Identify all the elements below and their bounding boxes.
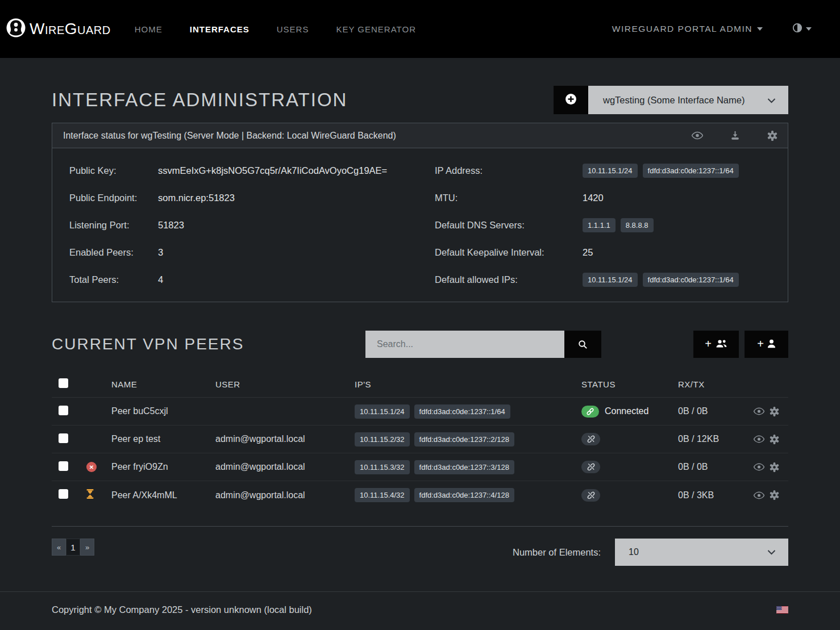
field-label: Default allowed IPs: (435, 274, 583, 285)
peer-view-icon[interactable] (754, 435, 764, 444)
add-interface-button[interactable] (554, 86, 588, 114)
connected-pill (581, 406, 599, 418)
link-slash-icon (587, 462, 596, 472)
nav-users[interactable]: USERS (277, 24, 309, 34)
keepalive-value: 25 (583, 247, 593, 258)
plus-icon: + (757, 338, 764, 349)
table-row: Peer buC5cxjl 10.11.15.1/24 fdfd:d3ad:c0… (52, 398, 788, 425)
public-endpoint-value: som.nicr.ep:51823 (158, 193, 235, 203)
link-slash-icon (587, 435, 596, 444)
peer-ip-badge: fdfd:d3ad:c0de:1237::1/64 (414, 404, 510, 419)
listening-port-value: 51823 (158, 220, 184, 231)
peer-ip-badge: fdfd:d3ad:c0de:1237::2/128 (414, 432, 514, 447)
allowed-ip-badge: fdfd:d3ad:c0de:1237::1/64 (643, 273, 739, 287)
page-size-select[interactable]: 10 (615, 539, 788, 566)
add-peer-button[interactable]: + (745, 331, 788, 358)
mtu-value: 1420 (583, 193, 604, 203)
peer-user: admin@wgportal.local (215, 462, 355, 472)
chevron-down-icon (767, 547, 776, 557)
peer-ip-badge: 10.11.15.4/32 (355, 488, 410, 502)
peer-name: Peer ep test (111, 434, 215, 444)
users-icon (715, 339, 727, 350)
show-config-button[interactable] (692, 131, 703, 140)
peer-settings-icon[interactable] (770, 407, 779, 416)
peers-title: CURRENT VPN PEERS (52, 335, 244, 353)
footer: Copyright © My Company 2025 - version un… (0, 591, 840, 615)
peer-view-icon[interactable] (754, 490, 764, 500)
nav-home[interactable]: HOME (135, 24, 163, 34)
expired-icon: ✕ (86, 462, 97, 472)
pagination-prev[interactable]: « (52, 539, 66, 556)
download-config-button[interactable] (730, 131, 740, 140)
peer-rxtx: 0B / 12KB (678, 434, 750, 444)
peer-settings-icon[interactable] (770, 490, 779, 500)
circle-half-icon (792, 23, 802, 35)
page-title: INTERFACE ADMINISTRATION (52, 89, 347, 111)
peer-view-icon[interactable] (754, 407, 764, 416)
row-checkbox[interactable] (59, 461, 68, 471)
nav-items: HOME INTERFACES USERS KEY GENERATOR (135, 24, 416, 34)
theme-toggle[interactable] (792, 23, 812, 35)
public-key-value: ssvmEeIxG+k8jsNO5G7cq5r/Ak7IiCodAvOyoCg1… (158, 165, 387, 176)
column-name: NAME (111, 379, 215, 389)
interface-select[interactable]: wgTesting (Some Interface Name) (588, 86, 788, 114)
search-input[interactable] (365, 331, 564, 358)
copyright-text: Copyright © My Company 2025 - version un… (52, 604, 312, 615)
peer-user: admin@wgportal.local (215, 434, 355, 444)
field-label: Listening Port: (69, 220, 158, 231)
pagination: « 1 » (52, 539, 94, 556)
pagination-next[interactable]: » (80, 539, 94, 556)
field-label: IP Address: (435, 165, 583, 176)
peer-name: Peer fryiO9Zn (111, 462, 215, 472)
pagination-current-page[interactable]: 1 (66, 539, 80, 556)
peer-settings-icon[interactable] (770, 435, 779, 444)
row-checkbox[interactable] (59, 406, 68, 415)
add-multiple-peers-button[interactable]: + (693, 331, 739, 358)
link-icon (586, 407, 594, 416)
allowed-ip-badge: 10.11.15.1/24 (583, 273, 638, 287)
select-all-checkbox[interactable] (59, 378, 68, 388)
interface-status-card: Interface status for wgTesting (Server M… (52, 123, 788, 302)
field-label: MTU: (435, 193, 583, 203)
peer-name: Peer A/Xk4mML (111, 490, 215, 500)
nav-key-generator[interactable]: KEY GENERATOR (336, 24, 416, 34)
language-us-flag-icon[interactable] (776, 606, 788, 614)
wireguard-logo-icon (6, 18, 26, 40)
user-menu[interactable]: WIREGUARD PORTAL ADMIN (612, 24, 763, 34)
peers-table: NAME USER IP'S STATUS RX/TX Peer buC5cxj… (52, 371, 788, 527)
card-title: Interface status for wgTesting (Server M… (63, 131, 396, 141)
table-header: NAME USER IP'S STATUS RX/TX (52, 371, 788, 398)
navbar: WireGuard HOME INTERFACES USERS KEY GENE… (0, 0, 840, 58)
eye-icon (692, 131, 703, 140)
link-slash-icon (587, 491, 596, 500)
field-label: Default Keepalive Interval: (435, 247, 583, 258)
peer-name: Peer buC5cxjl (111, 406, 215, 416)
ip-badge: 10.11.15.1/24 (583, 164, 638, 178)
peer-view-icon[interactable] (754, 462, 764, 472)
search-button[interactable] (564, 331, 601, 358)
ip-badge: fdfd:d3ad:c0de:1237::1/64 (643, 164, 739, 178)
disconnected-pill (581, 489, 600, 502)
disconnected-pill (581, 433, 600, 445)
caret-down-icon (806, 27, 812, 31)
hourglass-icon (86, 489, 94, 501)
table-row: Peer ep test admin@wgportal.local 10.11.… (52, 425, 788, 453)
peer-ip-badge: 10.11.15.3/32 (355, 460, 410, 474)
row-checkbox[interactable] (59, 489, 68, 499)
interface-settings-button[interactable] (767, 131, 777, 141)
chevron-down-icon (767, 95, 776, 106)
brand[interactable]: WireGuard (6, 18, 111, 40)
row-checkbox[interactable] (59, 433, 68, 443)
dns-badge: 1.1.1.1 (583, 218, 616, 232)
nav-interfaces[interactable]: INTERFACES (190, 24, 249, 34)
plus-icon: + (705, 338, 712, 349)
column-user: USER (215, 379, 355, 389)
brand-text: WireGuard (30, 20, 111, 38)
dns-badge: 8.8.8.8 (621, 218, 654, 232)
peer-rxtx: 0B / 0B (678, 462, 750, 472)
peer-settings-icon[interactable] (770, 462, 779, 472)
peer-ip-badge: 10.11.15.1/24 (355, 404, 410, 419)
field-label: Total Peers: (69, 274, 158, 285)
field-label: Public Endpoint: (69, 193, 158, 203)
disconnected-pill (581, 461, 600, 473)
